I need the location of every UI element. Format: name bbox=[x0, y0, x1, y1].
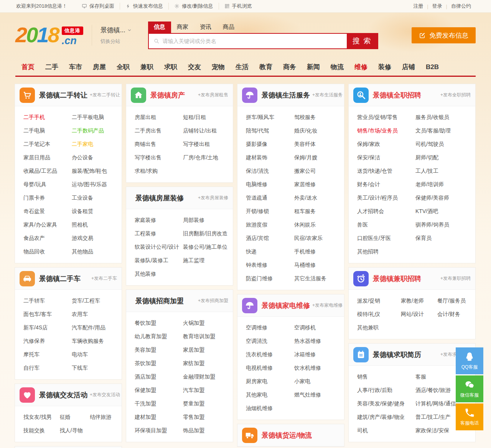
category-link[interactable]: 教育培训加盟 bbox=[183, 333, 215, 339]
category-link[interactable]: 兽医 bbox=[357, 222, 368, 228]
publish-link[interactable]: +发布全职招聘 bbox=[438, 92, 471, 98]
search-button[interactable]: 搜 索 bbox=[347, 34, 377, 48]
category-link[interactable]: 二手电脑 bbox=[23, 127, 45, 134]
free-publish-button[interactable]: 免费发布信息 bbox=[412, 27, 476, 43]
category-link[interactable]: 厨师/切配 bbox=[415, 154, 438, 160]
topbar-link[interactable]: 自律公约 bbox=[447, 3, 475, 10]
nav-item-全职[interactable]: 全职 bbox=[117, 63, 130, 71]
category-link[interactable]: 家居日用品 bbox=[23, 154, 50, 160]
category-link[interactable]: 设备租赁 bbox=[72, 208, 93, 214]
category-link[interactable]: 销售/市场/业务员 bbox=[357, 127, 398, 134]
category-link[interactable]: 下线车 bbox=[72, 365, 88, 371]
category-link[interactable]: 美容/美发/保健/健身 bbox=[357, 400, 405, 407]
category-link[interactable]: 美容加盟 bbox=[135, 347, 156, 353]
category-link[interactable]: 财务/会计 bbox=[357, 181, 380, 187]
topbar-link[interactable]: 保存到桌面 bbox=[76, 3, 120, 10]
category-link[interactable]: 快递 bbox=[246, 248, 257, 255]
category-link[interactable]: 租车服务 bbox=[294, 208, 316, 214]
category-link[interactable]: 燃气灶维修 bbox=[294, 392, 321, 398]
category-link[interactable]: 找人/寻物 bbox=[60, 427, 83, 433]
category-link[interactable]: 空调清洗 bbox=[246, 338, 267, 344]
category-link[interactable]: 服务员/收银员 bbox=[415, 114, 449, 120]
category-link[interactable]: 司机/驾驶员 bbox=[415, 141, 444, 147]
nav-item-店铺[interactable]: 店铺 bbox=[402, 63, 415, 71]
category-link[interactable]: 拼车/顺风车 bbox=[246, 114, 274, 120]
category-link[interactable]: 其他招聘 bbox=[357, 248, 379, 255]
category-link[interactable]: 空调维修 bbox=[246, 324, 267, 331]
nav-item-首页[interactable]: 首页 bbox=[21, 63, 35, 71]
category-link[interactable]: 保健师/美容师 bbox=[415, 195, 449, 201]
category-link[interactable]: 工人/技工 bbox=[415, 168, 438, 174]
city-selector[interactable]: 景德镇... bbox=[101, 26, 132, 35]
category-link[interactable]: 美工/设计/程序员 bbox=[357, 195, 398, 201]
category-link[interactable]: 局部装修 bbox=[183, 217, 204, 223]
category-link[interactable]: 其他家电 bbox=[246, 392, 267, 398]
category-link[interactable]: 汽修保养 bbox=[23, 338, 45, 344]
nav-item-房屋[interactable]: 房屋 bbox=[93, 63, 106, 71]
category-link[interactable]: 汽车配件/用品 bbox=[72, 324, 105, 331]
category-link[interactable]: 工业设备 bbox=[72, 195, 93, 201]
category-link[interactable]: 驾校服务 bbox=[294, 114, 316, 120]
category-link[interactable]: 其他物品 bbox=[72, 248, 93, 255]
float-button-QQ客服[interactable]: QQ客服 bbox=[456, 347, 483, 374]
category-link[interactable]: 家具/办公家具 bbox=[23, 222, 57, 228]
category-link[interactable]: 老师/培训师 bbox=[415, 181, 444, 187]
category-link[interactable]: 二手数码产品 bbox=[72, 127, 104, 134]
category-link[interactable]: 饰品加盟 bbox=[183, 427, 204, 433]
publish-link[interactable]: +发布招商加盟 bbox=[196, 298, 228, 304]
nav-item-二手[interactable]: 二手 bbox=[45, 63, 58, 71]
search-input[interactable] bbox=[163, 34, 347, 48]
category-link[interactable]: 房屋出租 bbox=[135, 114, 156, 120]
category-link[interactable]: 销售 bbox=[357, 374, 368, 380]
publish-link[interactable]: +发布生活服务 bbox=[310, 92, 343, 98]
category-link[interactable]: 幼儿教育加盟 bbox=[135, 333, 167, 339]
topbar-link[interactable]: 快速发布信息 bbox=[120, 3, 168, 10]
publish-link[interactable]: +发布房屋租售 bbox=[196, 92, 228, 98]
nav-item-维修[interactable]: 维修 bbox=[354, 63, 367, 71]
category-link[interactable]: 摄影摄像 bbox=[246, 141, 267, 147]
category-link[interactable]: 火锅加盟 bbox=[183, 320, 204, 326]
category-link[interactable]: 自行车 bbox=[23, 365, 40, 371]
category-link[interactable]: 人才招聘会 bbox=[357, 208, 384, 214]
category-link[interactable]: 开锁/修锁 bbox=[246, 208, 269, 214]
category-link[interactable]: 施工监理 bbox=[183, 257, 204, 263]
category-link[interactable]: 保姆/家政 bbox=[357, 141, 380, 147]
category-link[interactable]: 酒店/宾馆 bbox=[246, 235, 269, 241]
category-link[interactable]: 干洗加盟 bbox=[135, 400, 156, 407]
category-link[interactable]: 服装/配饰/鞋包 bbox=[72, 168, 107, 174]
nav-item-宠物[interactable]: 宠物 bbox=[212, 63, 225, 71]
category-link[interactable]: 短租/日租 bbox=[183, 114, 206, 120]
category-link[interactable]: 客服 bbox=[415, 374, 426, 380]
nav-item-车市[interactable]: 车市 bbox=[69, 63, 82, 71]
category-link[interactable]: 休闲娱乐 bbox=[294, 222, 316, 228]
category-link[interactable]: 技能交换 bbox=[23, 427, 45, 433]
category-link[interactable]: 电脑维修 bbox=[246, 181, 267, 187]
search-tab-资讯[interactable]: 资讯 bbox=[194, 21, 217, 33]
category-link[interactable]: 农用车 bbox=[72, 311, 88, 317]
category-link[interactable]: 口腔医生/牙医 bbox=[357, 235, 391, 241]
category-link[interactable]: 新车/4S店 bbox=[23, 324, 48, 331]
nav-item-教育[interactable]: 教育 bbox=[259, 63, 272, 71]
category-link[interactable]: 车辆收购服务 bbox=[72, 338, 104, 344]
category-link[interactable]: 运动/图书/乐器 bbox=[72, 181, 107, 187]
publish-link[interactable]: +发布房屋装修 bbox=[196, 195, 228, 201]
switch-site-link[interactable]: 切换分站 bbox=[101, 38, 132, 45]
publish-link[interactable]: +发布兼职招聘 bbox=[438, 275, 471, 282]
category-link[interactable]: 茶饮加盟 bbox=[135, 360, 156, 366]
category-link[interactable]: 二手家电 bbox=[72, 141, 93, 147]
category-link[interactable]: 二手手机 bbox=[23, 114, 45, 120]
category-link[interactable]: 保健加盟 bbox=[135, 387, 156, 393]
category-link[interactable]: 手机维修 bbox=[294, 248, 316, 255]
category-link[interactable]: 搬家公司 bbox=[294, 168, 316, 174]
category-link[interactable]: 家教/老师 bbox=[401, 298, 424, 304]
category-link[interactable]: 热水器维修 bbox=[294, 338, 321, 344]
category-link[interactable]: 其他装修 bbox=[135, 271, 156, 277]
nav-item-商务[interactable]: 商务 bbox=[283, 63, 296, 71]
category-link[interactable]: 陪驾/代驾 bbox=[246, 127, 269, 134]
nav-item-新闻[interactable]: 新闻 bbox=[307, 63, 320, 71]
category-link[interactable]: 冰箱维修 bbox=[294, 351, 316, 357]
category-link[interactable]: 建材装饰 bbox=[246, 154, 267, 160]
category-link[interactable]: 家居维修 bbox=[294, 181, 316, 187]
category-link[interactable]: 送货/快递/仓管 bbox=[357, 168, 392, 174]
category-link[interactable]: 照相机 bbox=[72, 222, 88, 228]
